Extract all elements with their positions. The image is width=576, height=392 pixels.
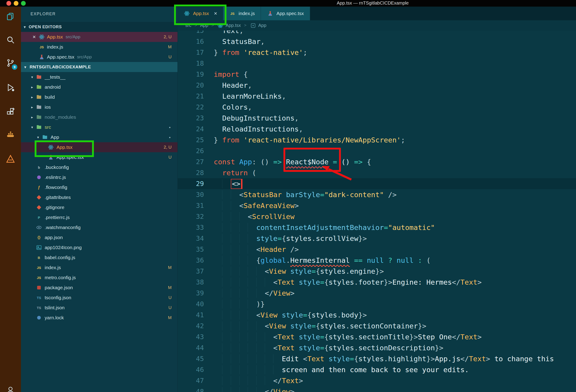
- tree-item-index-js[interactable]: JSindex.jsM: [21, 263, 177, 272]
- tree-item-ios[interactable]: ▸ios: [21, 102, 177, 112]
- code-line[interactable]: 17} from 'react-native';: [177, 47, 576, 58]
- explorer-icon[interactable]: [4, 11, 16, 23]
- line-number[interactable]: 33: [177, 222, 204, 233]
- close-window-button[interactable]: [6, 1, 11, 6]
- line-number[interactable]: 26: [177, 145, 204, 156]
- line-number[interactable]: 42: [177, 320, 204, 331]
- zoom-window-button[interactable]: [21, 1, 26, 6]
- chevron-down-icon[interactable]: ▾: [29, 125, 35, 129]
- code-line[interactable]: 48 </View>: [177, 386, 576, 392]
- tree-item-metro-config-js[interactable]: JSmetro.config.js: [21, 272, 177, 283]
- code-line[interactable]: 42 <View style={styles.sectionContainer}…: [177, 320, 576, 331]
- open-editor-app-tsx[interactable]: ×App.tsxsrc/App2, U: [21, 32, 177, 42]
- line-number[interactable]: 27: [177, 156, 204, 167]
- docker-icon[interactable]: [4, 129, 16, 141]
- line-number[interactable]: 25: [177, 134, 204, 145]
- workspace-header[interactable]: ▾ RNTSGITLABCICDEXAMPLE: [21, 62, 177, 72]
- code-line[interactable]: 37 <View style={styles.engine}>: [177, 266, 576, 277]
- line-number[interactable]: 44: [177, 342, 204, 353]
- code-line[interactable]: 24 ReloadInstructions,: [177, 123, 576, 134]
- close-icon[interactable]: ×: [214, 10, 217, 17]
- line-number[interactable]: 22: [177, 102, 204, 113]
- code-line[interactable]: 26: [177, 145, 576, 156]
- code-line[interactable]: 36 {global.HermesInternal == null ? null…: [177, 255, 576, 266]
- code-line[interactable]: 18: [177, 58, 576, 69]
- code-line[interactable]: 23 DebugInstructions,: [177, 113, 576, 123]
- line-number[interactable]: 48: [177, 386, 204, 392]
- tree-item-app-json[interactable]: {}app.json: [21, 233, 177, 242]
- line-number[interactable]: 28: [177, 167, 204, 178]
- line-number[interactable]: 21: [177, 91, 204, 102]
- line-number[interactable]: 37: [177, 266, 204, 277]
- open-editor-app-spec-tsx[interactable]: App.spec.tsxsrc/AppU: [21, 52, 177, 62]
- open-editor-index-js[interactable]: JSindex.jsM: [21, 42, 177, 52]
- tree-item-node-modules[interactable]: ▸node_modules: [21, 112, 177, 122]
- code-line[interactable]: 41 <View style={styles.body}>: [177, 309, 576, 320]
- tree-item-buckconfig[interactable]: b.buckconfig: [21, 162, 177, 172]
- chevron-right-icon[interactable]: ▸: [29, 85, 35, 89]
- tree-item-app-spec-tsx[interactable]: App.spec.tsxU: [21, 152, 177, 162]
- line-number[interactable]: 35: [177, 244, 204, 255]
- code-line[interactable]: 39 </View>: [177, 288, 576, 299]
- code-line[interactable]: 28 return (: [177, 167, 576, 178]
- code-editor[interactable]: 15 Text,16 StatusBar,17} from 'react-nat…: [177, 7, 576, 392]
- tree-item-eslintrc-js[interactable]: .eslintrc.js: [21, 172, 177, 182]
- line-number[interactable]: 17: [177, 47, 204, 58]
- search-icon[interactable]: [4, 34, 16, 46]
- code-line[interactable]: 20 Header,: [177, 80, 576, 91]
- tree-item-gitignore[interactable]: .gitignore: [21, 202, 177, 212]
- account-icon[interactable]: [4, 384, 16, 392]
- chevron-right-icon[interactable]: ▸: [29, 95, 35, 99]
- tree-item-app1024icon-png[interactable]: app1024Icon.png: [21, 242, 177, 252]
- tree-item-android[interactable]: ▸android: [21, 82, 177, 92]
- line-number[interactable]: 39: [177, 288, 204, 299]
- breadcrumb-item-app[interactable]: App: [200, 23, 208, 28]
- code-line[interactable]: 47 </Text>: [177, 375, 576, 386]
- line-number[interactable]: 24: [177, 123, 204, 134]
- code-line[interactable]: 40 )}: [177, 299, 576, 309]
- line-number[interactable]: 38: [177, 277, 204, 288]
- tree-item-prettierrc-js[interactable]: P.prettierrc.js: [21, 212, 177, 222]
- chevron-right-icon[interactable]: ▸: [29, 105, 35, 109]
- tree-item-tsconfig-json[interactable]: TStsconfig.jsonU: [21, 293, 177, 303]
- line-number[interactable]: 29: [177, 178, 204, 189]
- code-line[interactable]: 35 <Header />: [177, 244, 576, 255]
- code-line[interactable]: 34 style={styles.scrollView}>: [177, 233, 576, 244]
- breadcrumb-item-src[interactable]: src: [185, 23, 191, 28]
- tree-item-flowconfig[interactable]: ƒ.flowconfig: [21, 182, 177, 192]
- tree-item-babel-config-js[interactable]: Bbabel.config.js: [21, 252, 177, 263]
- code-line[interactable]: 21 LearnMoreLinks,: [177, 91, 576, 102]
- minimize-window-button[interactable]: [14, 1, 18, 6]
- code-line[interactable]: 32 <ScrollView: [177, 211, 576, 222]
- line-number[interactable]: 34: [177, 233, 204, 244]
- tree-item-tslint-json[interactable]: TStslint.jsonU: [21, 303, 177, 313]
- chevron-right-icon[interactable]: ▸: [29, 115, 35, 120]
- tree-item-yarn-lock[interactable]: yarn.lockM: [21, 313, 177, 323]
- code-line[interactable]: 19import {: [177, 69, 576, 80]
- line-number[interactable]: 19: [177, 69, 204, 80]
- code-line[interactable]: 44 <Text style={styles.sectionDescriptio…: [177, 342, 576, 353]
- tree-item-gitattributes[interactable]: .gitattributes: [21, 192, 177, 202]
- code-line[interactable]: 30 <StatusBar barStyle="dark-content" />: [177, 189, 576, 200]
- line-number[interactable]: 32: [177, 211, 204, 222]
- line-number[interactable]: 41: [177, 309, 204, 320]
- line-number[interactable]: 31: [177, 200, 204, 211]
- tree-item-src[interactable]: ▾src●: [21, 122, 177, 132]
- line-number[interactable]: 30: [177, 189, 204, 200]
- code-line[interactable]: 38 <Text style={styles.footer}>Engine: H…: [177, 277, 576, 288]
- chevron-down-icon[interactable]: ▾: [35, 135, 41, 140]
- code-line[interactable]: 45 Edit <Text style={styles.highlight}>A…: [177, 353, 576, 364]
- code-line[interactable]: 31 <SafeAreaView>: [177, 200, 576, 211]
- tree-item-watchmanconfig[interactable]: .watchmanconfig: [21, 222, 177, 233]
- line-number[interactable]: 16: [177, 36, 204, 47]
- line-number[interactable]: 18: [177, 58, 204, 69]
- line-number[interactable]: 36: [177, 255, 204, 266]
- line-number[interactable]: 43: [177, 331, 204, 342]
- breadcrumb-item-app-tsx[interactable]: App.tsx: [217, 22, 241, 29]
- tab-app-spec-tsx[interactable]: App.spec.tsx: [261, 7, 310, 20]
- code-line[interactable]: 27const App: () => React$Node = () => {: [177, 156, 576, 167]
- breadcrumb-item-app[interactable]: App: [250, 22, 267, 29]
- line-number[interactable]: 46: [177, 364, 204, 375]
- tab-index-js[interactable]: JSindex.js: [223, 7, 261, 20]
- code-line[interactable]: 43 <Text style={styles.sectionTitle}>Ste…: [177, 331, 576, 342]
